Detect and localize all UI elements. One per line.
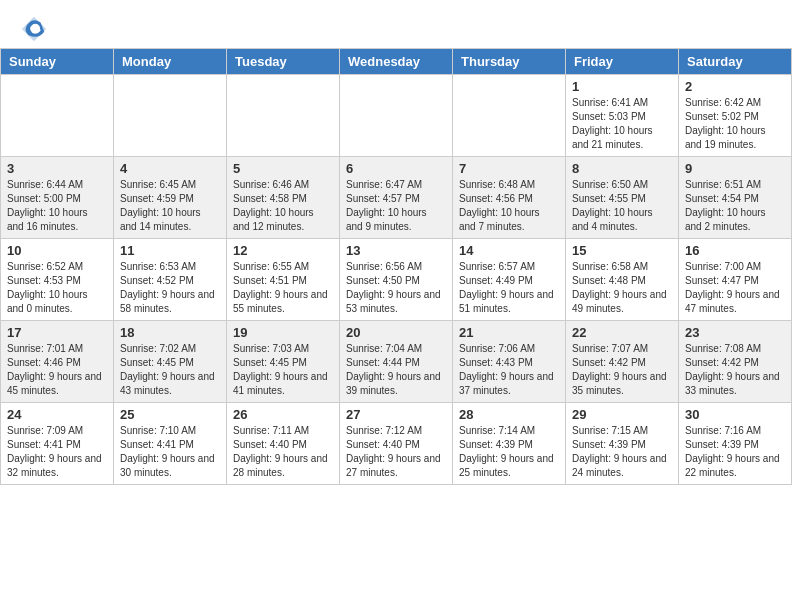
day-number: 7 — [459, 161, 559, 176]
day-number: 5 — [233, 161, 333, 176]
day-number: 13 — [346, 243, 446, 258]
week-row-3: 10Sunrise: 6:52 AMSunset: 4:53 PMDayligh… — [1, 239, 792, 321]
day-number: 6 — [346, 161, 446, 176]
calendar-cell — [1, 75, 114, 157]
day-info: Sunrise: 7:01 AMSunset: 4:46 PMDaylight:… — [7, 342, 107, 398]
weekday-header-thursday: Thursday — [453, 49, 566, 75]
day-info: Sunrise: 7:15 AMSunset: 4:39 PMDaylight:… — [572, 424, 672, 480]
day-number: 29 — [572, 407, 672, 422]
calendar-cell: 17Sunrise: 7:01 AMSunset: 4:46 PMDayligh… — [1, 321, 114, 403]
day-number: 22 — [572, 325, 672, 340]
day-info: Sunrise: 6:55 AMSunset: 4:51 PMDaylight:… — [233, 260, 333, 316]
day-number: 12 — [233, 243, 333, 258]
day-number: 8 — [572, 161, 672, 176]
calendar-cell: 30Sunrise: 7:16 AMSunset: 4:39 PMDayligh… — [679, 403, 792, 485]
day-number: 30 — [685, 407, 785, 422]
day-info: Sunrise: 6:48 AMSunset: 4:56 PMDaylight:… — [459, 178, 559, 234]
calendar-cell: 11Sunrise: 6:53 AMSunset: 4:52 PMDayligh… — [114, 239, 227, 321]
day-number: 21 — [459, 325, 559, 340]
calendar-cell: 27Sunrise: 7:12 AMSunset: 4:40 PMDayligh… — [340, 403, 453, 485]
weekday-header-wednesday: Wednesday — [340, 49, 453, 75]
day-info: Sunrise: 7:14 AMSunset: 4:39 PMDaylight:… — [459, 424, 559, 480]
day-info: Sunrise: 6:53 AMSunset: 4:52 PMDaylight:… — [120, 260, 220, 316]
day-number: 23 — [685, 325, 785, 340]
weekday-header-friday: Friday — [566, 49, 679, 75]
calendar-cell: 8Sunrise: 6:50 AMSunset: 4:55 PMDaylight… — [566, 157, 679, 239]
calendar-cell — [114, 75, 227, 157]
day-info: Sunrise: 6:46 AMSunset: 4:58 PMDaylight:… — [233, 178, 333, 234]
calendar-cell: 26Sunrise: 7:11 AMSunset: 4:40 PMDayligh… — [227, 403, 340, 485]
day-info: Sunrise: 7:02 AMSunset: 4:45 PMDaylight:… — [120, 342, 220, 398]
weekday-header-saturday: Saturday — [679, 49, 792, 75]
calendar-cell — [453, 75, 566, 157]
day-number: 14 — [459, 243, 559, 258]
day-number: 4 — [120, 161, 220, 176]
day-info: Sunrise: 7:11 AMSunset: 4:40 PMDaylight:… — [233, 424, 333, 480]
day-number: 26 — [233, 407, 333, 422]
calendar-cell — [340, 75, 453, 157]
calendar-cell: 23Sunrise: 7:08 AMSunset: 4:42 PMDayligh… — [679, 321, 792, 403]
calendar: SundayMondayTuesdayWednesdayThursdayFrid… — [0, 48, 792, 485]
calendar-cell: 24Sunrise: 7:09 AMSunset: 4:41 PMDayligh… — [1, 403, 114, 485]
calendar-cell: 1Sunrise: 6:41 AMSunset: 5:03 PMDaylight… — [566, 75, 679, 157]
day-info: Sunrise: 6:47 AMSunset: 4:57 PMDaylight:… — [346, 178, 446, 234]
calendar-cell: 9Sunrise: 6:51 AMSunset: 4:54 PMDaylight… — [679, 157, 792, 239]
header — [0, 0, 792, 48]
day-number: 2 — [685, 79, 785, 94]
day-number: 28 — [459, 407, 559, 422]
calendar-cell: 10Sunrise: 6:52 AMSunset: 4:53 PMDayligh… — [1, 239, 114, 321]
weekday-header-sunday: Sunday — [1, 49, 114, 75]
day-info: Sunrise: 6:56 AMSunset: 4:50 PMDaylight:… — [346, 260, 446, 316]
calendar-cell: 22Sunrise: 7:07 AMSunset: 4:42 PMDayligh… — [566, 321, 679, 403]
day-number: 18 — [120, 325, 220, 340]
day-info: Sunrise: 6:58 AMSunset: 4:48 PMDaylight:… — [572, 260, 672, 316]
calendar-cell: 19Sunrise: 7:03 AMSunset: 4:45 PMDayligh… — [227, 321, 340, 403]
day-info: Sunrise: 6:52 AMSunset: 4:53 PMDaylight:… — [7, 260, 107, 316]
day-info: Sunrise: 7:09 AMSunset: 4:41 PMDaylight:… — [7, 424, 107, 480]
calendar-cell: 5Sunrise: 6:46 AMSunset: 4:58 PMDaylight… — [227, 157, 340, 239]
calendar-cell: 14Sunrise: 6:57 AMSunset: 4:49 PMDayligh… — [453, 239, 566, 321]
calendar-cell: 20Sunrise: 7:04 AMSunset: 4:44 PMDayligh… — [340, 321, 453, 403]
day-number: 1 — [572, 79, 672, 94]
day-number: 20 — [346, 325, 446, 340]
calendar-cell: 3Sunrise: 6:44 AMSunset: 5:00 PMDaylight… — [1, 157, 114, 239]
day-info: Sunrise: 7:08 AMSunset: 4:42 PMDaylight:… — [685, 342, 785, 398]
day-info: Sunrise: 7:06 AMSunset: 4:43 PMDaylight:… — [459, 342, 559, 398]
weekday-header-monday: Monday — [114, 49, 227, 75]
day-info: Sunrise: 6:41 AMSunset: 5:03 PMDaylight:… — [572, 96, 672, 152]
calendar-cell: 16Sunrise: 7:00 AMSunset: 4:47 PMDayligh… — [679, 239, 792, 321]
day-info: Sunrise: 7:12 AMSunset: 4:40 PMDaylight:… — [346, 424, 446, 480]
calendar-cell: 2Sunrise: 6:42 AMSunset: 5:02 PMDaylight… — [679, 75, 792, 157]
calendar-cell: 12Sunrise: 6:55 AMSunset: 4:51 PMDayligh… — [227, 239, 340, 321]
weekday-header-row: SundayMondayTuesdayWednesdayThursdayFrid… — [1, 49, 792, 75]
calendar-cell: 13Sunrise: 6:56 AMSunset: 4:50 PMDayligh… — [340, 239, 453, 321]
day-number: 9 — [685, 161, 785, 176]
logo-icon — [20, 15, 48, 43]
day-info: Sunrise: 6:50 AMSunset: 4:55 PMDaylight:… — [572, 178, 672, 234]
calendar-cell: 29Sunrise: 7:15 AMSunset: 4:39 PMDayligh… — [566, 403, 679, 485]
day-info: Sunrise: 6:42 AMSunset: 5:02 PMDaylight:… — [685, 96, 785, 152]
week-row-2: 3Sunrise: 6:44 AMSunset: 5:00 PMDaylight… — [1, 157, 792, 239]
calendar-cell: 28Sunrise: 7:14 AMSunset: 4:39 PMDayligh… — [453, 403, 566, 485]
day-info: Sunrise: 6:44 AMSunset: 5:00 PMDaylight:… — [7, 178, 107, 234]
weekday-header-tuesday: Tuesday — [227, 49, 340, 75]
calendar-cell: 25Sunrise: 7:10 AMSunset: 4:41 PMDayligh… — [114, 403, 227, 485]
day-number: 25 — [120, 407, 220, 422]
calendar-cell: 15Sunrise: 6:58 AMSunset: 4:48 PMDayligh… — [566, 239, 679, 321]
calendar-cell: 21Sunrise: 7:06 AMSunset: 4:43 PMDayligh… — [453, 321, 566, 403]
day-info: Sunrise: 6:51 AMSunset: 4:54 PMDaylight:… — [685, 178, 785, 234]
day-info: Sunrise: 7:00 AMSunset: 4:47 PMDaylight:… — [685, 260, 785, 316]
day-number: 19 — [233, 325, 333, 340]
calendar-cell: 6Sunrise: 6:47 AMSunset: 4:57 PMDaylight… — [340, 157, 453, 239]
day-number: 10 — [7, 243, 107, 258]
day-number: 11 — [120, 243, 220, 258]
day-info: Sunrise: 7:03 AMSunset: 4:45 PMDaylight:… — [233, 342, 333, 398]
day-number: 24 — [7, 407, 107, 422]
day-info: Sunrise: 7:10 AMSunset: 4:41 PMDaylight:… — [120, 424, 220, 480]
calendar-cell — [227, 75, 340, 157]
day-info: Sunrise: 7:07 AMSunset: 4:42 PMDaylight:… — [572, 342, 672, 398]
day-number: 16 — [685, 243, 785, 258]
day-info: Sunrise: 6:45 AMSunset: 4:59 PMDaylight:… — [120, 178, 220, 234]
day-info: Sunrise: 6:57 AMSunset: 4:49 PMDaylight:… — [459, 260, 559, 316]
week-row-4: 17Sunrise: 7:01 AMSunset: 4:46 PMDayligh… — [1, 321, 792, 403]
